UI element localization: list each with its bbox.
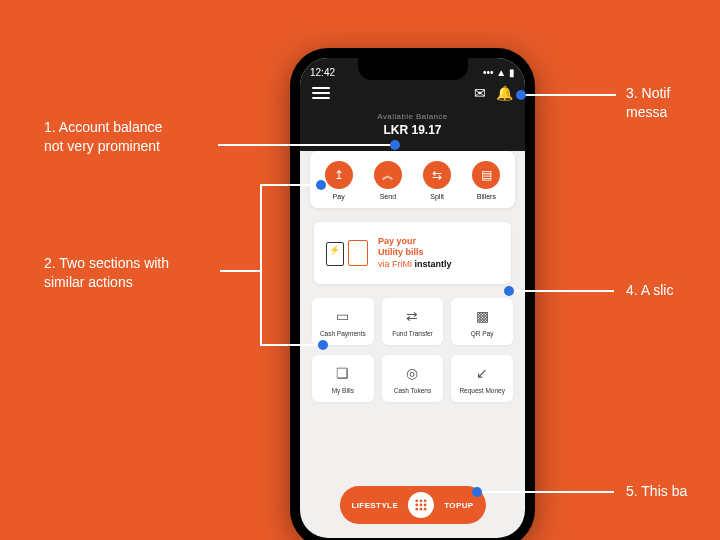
phone-notch bbox=[358, 58, 468, 80]
promo-illustration bbox=[326, 240, 368, 266]
annotation-1: 1. Account balancenot very prominent bbox=[44, 118, 162, 156]
tile-label: Cash Payments bbox=[320, 330, 366, 337]
doc-icon bbox=[326, 242, 344, 266]
annotation-4: 4. A slic bbox=[626, 281, 673, 300]
svg-point-8 bbox=[424, 508, 427, 511]
bills-icon: ❏ bbox=[336, 365, 349, 381]
svg-point-1 bbox=[420, 499, 423, 502]
svg-point-0 bbox=[416, 499, 419, 502]
action-label: Split bbox=[430, 193, 444, 200]
tokens-icon: ◎ bbox=[406, 365, 418, 381]
split-icon: ⇆ bbox=[423, 161, 451, 189]
nav-grid-button[interactable] bbox=[408, 492, 434, 518]
menu-icon[interactable] bbox=[312, 87, 330, 99]
bottom-nav-pill: LIFESTYLE TOPUP bbox=[339, 486, 485, 524]
tile-label: Fund Transfer bbox=[392, 330, 432, 337]
tile-qr-pay[interactable]: ▩ QR Pay bbox=[451, 298, 513, 345]
svg-point-6 bbox=[416, 508, 419, 511]
phone-frame: 12:42 ••• ▲ ▮ ✉ 🔔 Available Balance LKR … bbox=[290, 48, 535, 540]
svg-point-2 bbox=[424, 499, 427, 502]
billers-icon: ▤ bbox=[472, 161, 500, 189]
svg-point-5 bbox=[424, 504, 427, 507]
tile-cash-tokens[interactable]: ◎ Cash Tokens bbox=[382, 355, 444, 402]
nav-lifestyle[interactable]: LIFESTYLE bbox=[351, 501, 398, 510]
annotation-5: 5. This ba bbox=[626, 482, 687, 501]
qr-icon: ▩ bbox=[476, 308, 489, 324]
services-grid: ▭ Cash Payments ⇄ Fund Transfer ▩ QR Pay… bbox=[312, 298, 513, 402]
action-label: Send bbox=[380, 193, 396, 200]
nav-topup[interactable]: TOPUP bbox=[444, 501, 473, 510]
svg-point-7 bbox=[420, 508, 423, 511]
balance-value: LKR 19.17 bbox=[300, 123, 525, 137]
promo-card[interactable]: Pay your Utility bills via FriMi instant… bbox=[314, 222, 511, 284]
status-indicators: ••• ▲ ▮ bbox=[483, 67, 515, 78]
tile-label: Cash Tokens bbox=[394, 387, 431, 394]
action-billers[interactable]: ▤ Billers bbox=[472, 161, 500, 200]
action-pay[interactable]: ↥ Pay bbox=[325, 161, 353, 200]
svg-point-4 bbox=[420, 504, 423, 507]
action-split[interactable]: ⇆ Split bbox=[423, 161, 451, 200]
annotation-3: 3. Notifmessa bbox=[626, 84, 670, 122]
primary-actions-card: ↥ Pay ︽ Send ⇆ Split ▤ Billers bbox=[310, 151, 515, 208]
tile-my-bills[interactable]: ❏ My Bills bbox=[312, 355, 374, 402]
grid-icon bbox=[414, 498, 428, 512]
phone-screen: 12:42 ••• ▲ ▮ ✉ 🔔 Available Balance LKR … bbox=[300, 58, 525, 538]
status-time: 12:42 bbox=[310, 67, 335, 78]
action-label: Pay bbox=[333, 193, 345, 200]
promo-text: Pay your Utility bills via FriMi instant… bbox=[378, 236, 452, 270]
svg-point-3 bbox=[416, 504, 419, 507]
tile-request-money[interactable]: ↙ Request Money bbox=[451, 355, 513, 402]
balance-label: Available Balance bbox=[300, 112, 525, 121]
tile-label: Request Money bbox=[459, 387, 505, 394]
tile-fund-transfer[interactable]: ⇄ Fund Transfer bbox=[382, 298, 444, 345]
card-icon: ▭ bbox=[336, 308, 349, 324]
tile-label: QR Pay bbox=[471, 330, 494, 337]
doc-orange-icon bbox=[348, 240, 368, 266]
transfer-icon: ⇄ bbox=[406, 308, 418, 324]
action-send[interactable]: ︽ Send bbox=[374, 161, 402, 200]
annotation-2: 2. Two sections withsimilar actions bbox=[44, 254, 169, 292]
mail-icon[interactable]: ✉ bbox=[474, 86, 486, 100]
action-label: Billers bbox=[477, 193, 496, 200]
tile-label: My Bills bbox=[332, 387, 354, 394]
bell-icon[interactable]: 🔔 bbox=[496, 86, 513, 100]
request-icon: ↙ bbox=[476, 365, 488, 381]
send-icon: ︽ bbox=[374, 161, 402, 189]
tile-cash-payments[interactable]: ▭ Cash Payments bbox=[312, 298, 374, 345]
pay-icon: ↥ bbox=[325, 161, 353, 189]
app-header: ✉ 🔔 bbox=[300, 80, 525, 104]
